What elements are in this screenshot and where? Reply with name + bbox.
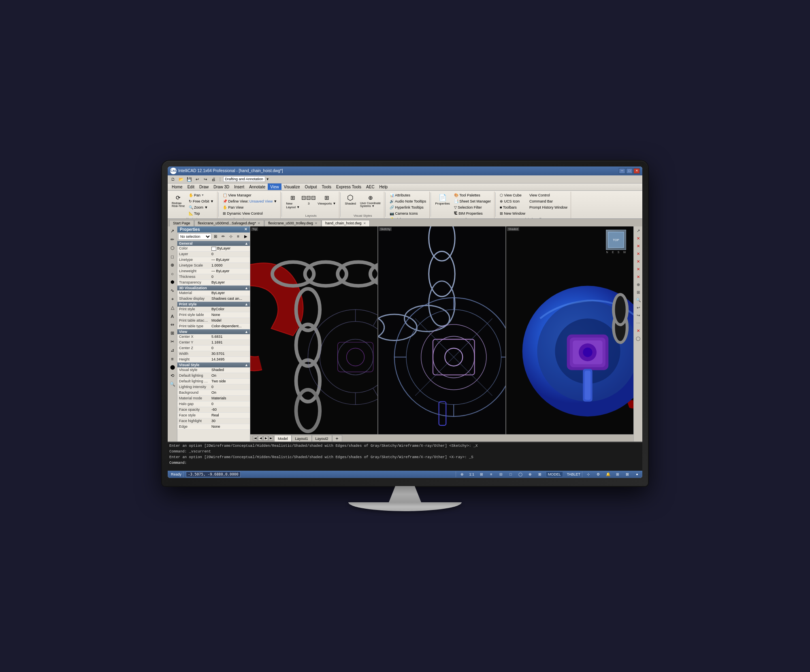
close-button[interactable]: ✕ bbox=[633, 168, 640, 174]
shaded-button[interactable]: ⬡ Shaded bbox=[343, 192, 358, 207]
rt-btn-13[interactable]: ⋯ bbox=[635, 320, 642, 327]
lt-btn-13[interactable]: ⊞ bbox=[168, 329, 177, 337]
tb-btn2[interactable]: ✏ bbox=[220, 233, 227, 240]
view-manager-button[interactable]: 📋 View Manager bbox=[221, 192, 279, 198]
lt-btn-12[interactable]: ⇔ bbox=[168, 321, 177, 329]
new-file-button[interactable]: 🗋 bbox=[169, 176, 177, 182]
status-btn-3[interactable]: ⊞ bbox=[478, 471, 485, 477]
prompt-history-button[interactable]: Prompt History Window bbox=[528, 205, 569, 210]
define-view-button[interactable]: 📌 Define View: Unsaved View ▼ bbox=[221, 198, 279, 204]
tab-flexicrane2[interactable]: flexicrane_u500_trolley.dwg ✕ bbox=[264, 220, 321, 226]
minimize-button[interactable]: ─ bbox=[619, 168, 625, 174]
status-btn-2[interactable]: 1:1 bbox=[468, 471, 475, 477]
status-btn-14[interactable]: ⊠ bbox=[624, 471, 631, 477]
new-layout-button[interactable]: ⊞ NewLayout ▼ bbox=[284, 192, 301, 210]
view-section-header[interactable]: View▲ bbox=[177, 329, 250, 334]
tb-btn1[interactable]: ⊞ bbox=[212, 233, 219, 240]
tab-hand-chain-hoist[interactable]: hand_chain_hoist.dwg ✕ bbox=[322, 220, 370, 226]
rt-btn-3[interactable]: ✕ bbox=[635, 243, 642, 250]
properties-pane-button[interactable]: 📄 Properties bbox=[433, 192, 451, 207]
panel-close-btn[interactable]: ✕ bbox=[244, 227, 247, 231]
lt-btn-8[interactable]: ∿ bbox=[168, 287, 177, 295]
status-btn-13[interactable]: ⊞ bbox=[614, 471, 621, 477]
status-btn-8[interactable]: ⊕ bbox=[526, 471, 534, 477]
rt-btn-4[interactable]: ✕ bbox=[635, 250, 642, 258]
free-orbit-button[interactable]: ↻Free Orbit ▼ bbox=[187, 198, 215, 204]
rt-btn-6[interactable]: ✕ bbox=[635, 266, 642, 273]
status-btn-4[interactable]: ≡ bbox=[488, 471, 495, 477]
view-cube-button[interactable]: ⬡ View Cube bbox=[498, 192, 527, 198]
menu-insert[interactable]: Insert bbox=[232, 183, 247, 190]
new-window-button[interactable]: ⊞ New Window bbox=[498, 211, 527, 216]
nav-prev[interactable]: ◀ bbox=[258, 436, 263, 441]
viewcube-cube[interactable]: TOP bbox=[606, 230, 626, 250]
menu-view[interactable]: View bbox=[268, 183, 281, 190]
lt-btn-18[interactable]: ⟲ bbox=[168, 372, 177, 380]
zoom-button[interactable]: 🔍Zoom ▼ bbox=[187, 205, 215, 210]
status-btn-1[interactable]: ⊕ bbox=[458, 471, 466, 477]
rt-btn-11[interactable]: ↩ bbox=[635, 304, 642, 311]
undo-button[interactable]: ↩ bbox=[194, 176, 201, 182]
bim-properties-button[interactable]: 🏗 BIM Properties bbox=[452, 211, 492, 216]
menu-visualize[interactable]: Visualize bbox=[281, 183, 303, 190]
rt-btn-8[interactable]: ⊕ bbox=[635, 281, 642, 288]
ucs-button[interactable]: ⊕ User CoordinateSystems ▼ bbox=[358, 192, 382, 209]
status-btn-15[interactable]: ● bbox=[633, 471, 641, 477]
tab-close-active[interactable]: ✕ bbox=[363, 222, 366, 225]
layout-tab-model[interactable]: Model bbox=[274, 435, 292, 442]
lt-btn-7[interactable]: ⬢ bbox=[168, 278, 177, 286]
menu-edit[interactable]: Edit bbox=[185, 183, 197, 190]
print-section-header[interactable]: Print style▲ bbox=[177, 302, 250, 307]
workspace-dropdown[interactable]: Drafting and Annotation bbox=[223, 176, 265, 182]
lt-btn-2[interactable]: ✏ bbox=[168, 236, 177, 244]
rt-btn-2[interactable]: ✕ bbox=[635, 235, 642, 242]
toolbars-button[interactable]: ■ Toolbars bbox=[498, 205, 527, 210]
tb-btn3[interactable]: ⊹ bbox=[227, 233, 234, 240]
menu-annotate[interactable]: Annotate bbox=[247, 183, 268, 190]
sheet-set-button[interactable]: 📑 Sheet Set Manager bbox=[452, 198, 492, 204]
status-btn-9[interactable]: ⊠ bbox=[536, 471, 544, 477]
menu-home[interactable]: Home bbox=[169, 183, 185, 190]
pan-button[interactable]: ✋Pan▼ bbox=[187, 192, 215, 198]
selection-filter-button[interactable]: ▽ Selection Filter bbox=[452, 205, 492, 210]
tab-close-1[interactable]: ✕ bbox=[258, 222, 260, 225]
lt-btn-16[interactable]: ≡ bbox=[168, 355, 177, 363]
save-button[interactable]: 💾 bbox=[185, 176, 193, 182]
open-file-button[interactable]: 📂 bbox=[177, 176, 185, 182]
layout-tab-layout2[interactable]: Layout2 bbox=[312, 435, 332, 442]
rt-btn-9[interactable]: ⊞ bbox=[635, 289, 642, 296]
print-button[interactable]: 🖨 bbox=[210, 176, 217, 182]
viewport-right[interactable]: Shaded TOP bbox=[505, 226, 633, 434]
command-bar-button[interactable]: Command Bar bbox=[528, 198, 569, 204]
tool-palettes-button[interactable]: 🎨 Tool Palettes bbox=[452, 192, 492, 198]
lt-btn-1[interactable]: ↗ bbox=[168, 227, 177, 235]
layout-tab-layout1[interactable]: Layout1 bbox=[292, 435, 312, 442]
menu-express[interactable]: Express Tools bbox=[334, 183, 364, 190]
tab-flexicrane1[interactable]: flexicrane_u500md...Salvaged.dwg* ✕ bbox=[194, 220, 264, 226]
3-viewports-button[interactable]: ⊟⊟⊟ 3 bbox=[302, 192, 315, 207]
lt-btn-14[interactable]: ✂ bbox=[168, 338, 177, 346]
status-btn-6[interactable]: □ bbox=[507, 471, 514, 477]
menu-help[interactable]: Help bbox=[377, 183, 390, 190]
rt-btn-7[interactable]: ✕ bbox=[635, 273, 642, 281]
menu-draw3d[interactable]: Draw 3D bbox=[211, 183, 232, 190]
lt-btn-15[interactable]: ⊿ bbox=[168, 346, 177, 354]
lt-btn-4[interactable]: □ bbox=[168, 253, 177, 261]
attributes-button[interactable]: 📊 Attributes bbox=[388, 192, 428, 198]
rt-btn-5[interactable]: ✕ bbox=[635, 258, 642, 265]
menu-tools[interactable]: Tools bbox=[320, 183, 334, 190]
tab-close-2[interactable]: ✕ bbox=[315, 222, 318, 225]
status-btn-12[interactable]: 🔔 bbox=[604, 471, 612, 477]
lt-btn-9[interactable]: ⌖ bbox=[168, 295, 177, 303]
layout-tab-add[interactable]: + bbox=[332, 435, 342, 442]
status-btn-7[interactable]: ◯ bbox=[517, 471, 524, 477]
rt-btn-15[interactable]: ◯ bbox=[635, 335, 642, 342]
selection-dropdown[interactable]: No selection bbox=[178, 233, 211, 240]
restore-button[interactable]: □ bbox=[626, 168, 633, 174]
lt-btn-19[interactable]: 🔍 bbox=[168, 380, 177, 388]
redraw-realtime-button[interactable]: ⟳ RedrawReal-Time bbox=[170, 192, 186, 209]
status-btn-5[interactable]: ⊟ bbox=[497, 471, 505, 477]
camera-icons-button[interactable]: 📷 Camera Icons bbox=[388, 211, 428, 216]
tab-start-page[interactable]: Start Page bbox=[169, 220, 194, 226]
status-model[interactable]: MODEL bbox=[546, 471, 563, 477]
